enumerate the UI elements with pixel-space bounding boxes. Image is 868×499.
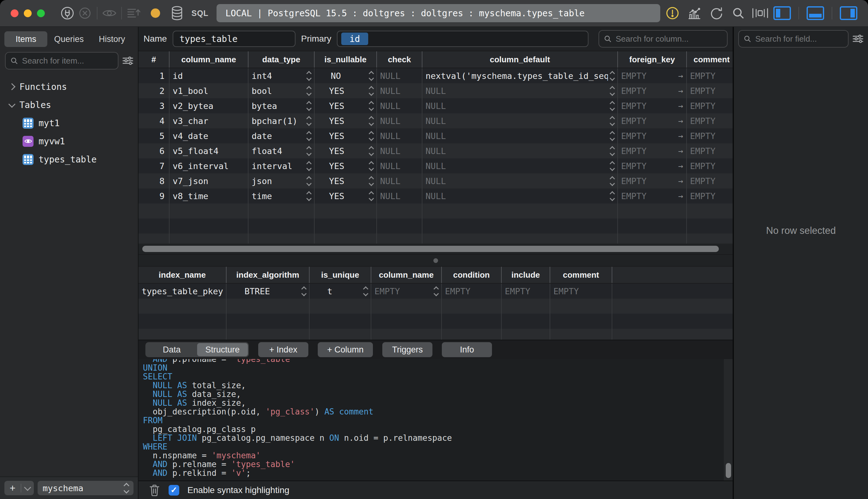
column-row[interactable]: 5v4_datedateYESNULLNULLEMPTY→EMPTY [139,129,733,143]
comment-cell[interactable]: EMPTY [550,284,612,299]
column_name-cell[interactable]: v8_time [169,188,249,204]
connection-title[interactable]: LOCAL | PostgreSQL 15.5 : doltgres : dol… [216,4,660,22]
column_default-cell[interactable]: NULL [423,129,618,143]
comment-cell[interactable]: EMPTY [687,188,733,204]
field-filter-icon[interactable] [851,33,865,45]
comment-cell[interactable]: EMPTY [687,113,733,129]
stepper-icon[interactable] [300,287,306,295]
foreign-key-arrow-icon[interactable]: → [676,101,683,110]
primary-key-tag[interactable]: id [341,33,368,45]
comment-cell[interactable]: EMPTY [687,98,733,113]
column-header-data_type[interactable]: data_type [249,51,314,68]
index_name-cell[interactable]: types_table_pkey [139,284,227,299]
eye-icon[interactable] [100,4,118,22]
include-cell[interactable]: EMPTY [502,284,550,299]
column_name-cell[interactable]: v7_json [169,173,249,188]
add-column-button[interactable]: + Column [318,342,373,357]
check-cell[interactable]: NULL [377,68,423,83]
minimize-window-button[interactable] [24,9,32,17]
search-icon[interactable] [729,4,747,22]
num-cell[interactable]: 3 [139,98,169,113]
data_type-cell[interactable]: date [249,129,314,143]
stepper-icon[interactable] [305,177,311,185]
table-name-input[interactable] [173,31,296,47]
index-header-index_algorithm[interactable]: index_algorithm [227,267,310,283]
stepper-icon[interactable] [608,72,614,80]
column-header-column_name[interactable]: column_name [169,51,249,68]
is_nullable-cell[interactable]: YES [314,158,377,173]
index-header-column_name[interactable]: column_name [371,267,442,283]
foreign-key-arrow-icon[interactable]: → [676,131,683,141]
stepper-icon[interactable] [432,287,438,295]
column_name-cell[interactable]: v2_bytea [169,98,249,113]
comment-cell[interactable]: EMPTY [687,143,733,158]
sidebar-item-myvw1[interactable]: myvw1 [0,132,138,150]
column-search-field[interactable] [615,34,723,44]
filter-icon[interactable] [121,54,135,67]
trash-icon[interactable] [148,484,160,497]
check-cell[interactable]: NULL [377,143,423,158]
foreign-key-arrow-icon[interactable]: → [676,71,683,81]
stepper-icon[interactable] [305,117,311,125]
foreign-key-arrow-icon[interactable]: → [676,161,683,171]
fit-width-icon[interactable] [751,4,769,22]
column-row[interactable]: 3v2_byteabyteaYESNULLNULLEMPTY→EMPTY [139,98,733,113]
comment-cell[interactable]: EMPTY [687,158,733,173]
add-index-button[interactable]: + Index [258,342,308,357]
chevron-right-icon[interactable] [9,83,16,90]
foreign_key-cell[interactable]: EMPTY→ [618,98,687,113]
data_type-cell[interactable]: time [249,188,314,204]
foreign-key-arrow-icon[interactable]: → [676,116,683,125]
stepper-icon[interactable] [367,132,373,140]
zoom-window-button[interactable] [37,9,45,17]
stepper-icon[interactable] [367,147,373,155]
stepper-icon[interactable] [367,117,373,125]
num-cell[interactable]: 5 [139,129,169,143]
sidebar-item-types_table[interactable]: types_table [0,150,138,168]
stepper-icon[interactable] [367,192,373,200]
check-cell[interactable]: NULL [377,129,423,143]
foreign-key-arrow-icon[interactable]: → [676,191,683,201]
field-search-field[interactable] [754,34,844,44]
foreign_key-cell[interactable]: EMPTY→ [618,113,687,129]
triggers-button[interactable]: Triggers [382,342,432,357]
num-cell[interactable]: 1 [139,68,169,83]
check-cell[interactable]: NULL [377,173,423,188]
comment-cell[interactable]: EMPTY [687,173,733,188]
stepper-icon[interactable] [305,147,311,155]
tab-data[interactable]: Data [146,343,197,356]
column-row[interactable]: 4v3_charbpchar(1)YESNULLNULLEMPTY→EMPTY [139,113,733,129]
column_default-cell[interactable]: NULL [423,158,618,173]
num-cell[interactable]: 4 [139,113,169,129]
chevron-down-icon[interactable] [9,101,16,108]
sidebar-item-functions[interactable]: Functions [0,78,138,96]
data_type-cell[interactable]: json [249,173,314,188]
foreign-key-arrow-icon[interactable]: → [676,176,683,186]
item-search-field[interactable] [21,56,114,66]
stepper-icon[interactable] [305,192,311,200]
close-window-button[interactable] [11,9,19,17]
column-row[interactable]: 1idint4NONULLnextval('myschema.types_tab… [139,68,733,83]
num-cell[interactable]: 8 [139,173,169,188]
is_nullable-cell[interactable]: YES [314,143,377,158]
tab-history[interactable]: History [91,31,133,47]
stepper-icon[interactable] [367,177,373,185]
column_name-cell[interactable]: v4_date [169,129,249,143]
check-cell[interactable]: NULL [377,188,423,204]
check-cell[interactable]: NULL [377,98,423,113]
num-cell[interactable]: 7 [139,158,169,173]
column-header-num[interactable]: # [139,51,169,68]
column-search-input[interactable] [598,30,728,48]
index_algorithm-cell[interactable]: BTREE [227,284,310,299]
stepper-icon[interactable] [608,87,614,95]
stepper-icon[interactable] [367,102,373,110]
is_nullable-cell[interactable]: YES [314,113,377,129]
column_default-cell[interactable]: NULL [423,83,618,98]
is_nullable-cell[interactable]: YES [314,83,377,98]
toggle-bottom-panel-button[interactable] [807,6,824,20]
column_default-cell[interactable]: NULL [423,113,618,129]
pane-splitter[interactable] [139,255,733,266]
column-header-column_default[interactable]: column_default [423,51,618,68]
column_name-cell[interactable]: v1_bool [169,83,249,98]
column_name-cell[interactable]: EMPTY [371,284,442,299]
